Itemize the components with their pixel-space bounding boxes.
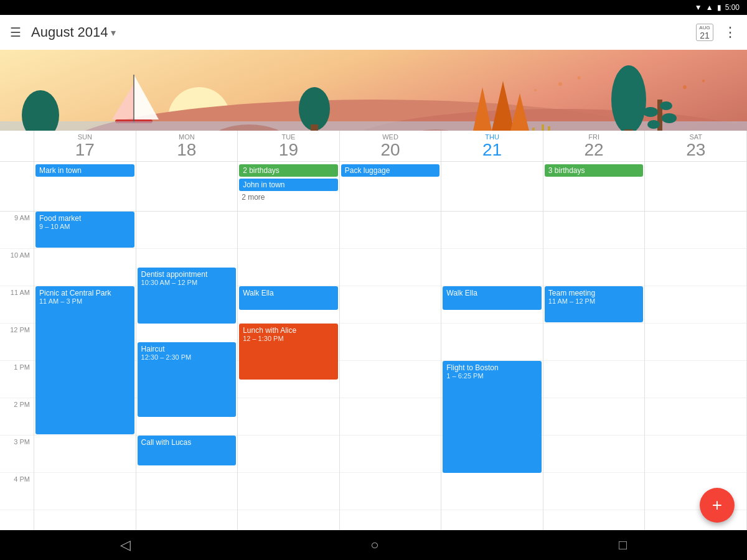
event-team-meeting[interactable]: Team meeting 11 AM – 12 PM: [545, 286, 644, 322]
allday-tue: 2 birthdays John in town 2 more: [238, 162, 340, 211]
menu-icon[interactable]: ☰: [10, 25, 21, 40]
day-header-tue: TUE 19: [238, 131, 340, 161]
wifi-icon: ▼: [695, 3, 702, 12]
month-title-text: August 2014: [31, 24, 108, 40]
more-options-icon[interactable]: ⋮: [723, 24, 737, 40]
month-title[interactable]: August 2014 ▾: [31, 24, 116, 40]
svg-point-16: [662, 113, 677, 123]
svg-point-10: [299, 87, 330, 131]
svg-rect-11: [311, 124, 318, 131]
back-nav-icon[interactable]: ◁: [120, 537, 131, 553]
day-col-sun: Food market 9 – 10 AM Picnic at Central …: [34, 212, 136, 530]
svg-point-15: [643, 107, 658, 117]
title-arrow: ▾: [111, 27, 116, 39]
svg-rect-31: [548, 126, 550, 131]
event-mark-in-town[interactable]: Mark in town: [35, 164, 134, 177]
event-haircut[interactable]: Haircut 12:30 – 2:30 PM: [138, 342, 237, 417]
event-call-lucas[interactable]: Call with Lucas: [138, 436, 237, 465]
day-header-thu: THU 21: [441, 131, 543, 161]
event-food-market[interactable]: Food market 9 – 10 AM: [35, 212, 134, 248]
svg-rect-13: [624, 129, 633, 131]
calendar: SUN 17 MON 18 TUE 19 WED 20 THU 21 FRI 2…: [0, 131, 747, 530]
recent-nav-icon[interactable]: □: [619, 537, 627, 553]
allday-mon: [136, 162, 238, 211]
svg-point-24: [534, 89, 537, 91]
svg-rect-29: [532, 128, 535, 131]
more-events-tue[interactable]: 2 more: [239, 193, 338, 202]
day-col-mon: Dentist appointment 10:30 AM – 12 PM Hai…: [136, 212, 238, 530]
event-flight-boston[interactable]: Flight to Boston 1 – 6:25 PM: [443, 361, 542, 473]
time-column: 9 AM 10 AM 11 AM 12 PM 1 PM 2 PM 3 PM 4 …: [0, 212, 34, 530]
day-col-fri: Team meeting 11 AM – 12 PM: [543, 212, 646, 530]
svg-point-17: [647, 120, 660, 129]
day-header-mon: MON 18: [136, 131, 238, 161]
day-headers: SUN 17 MON 18 TUE 19 WED 20 THU 21 FRI 2…: [0, 131, 747, 162]
event-dentist[interactable]: Dentist appointment 10:30 AM – 12 PM: [138, 268, 237, 324]
home-nav-icon[interactable]: ○: [370, 537, 378, 553]
day-header-wed: WED 20: [340, 131, 442, 161]
svg-marker-4: [134, 75, 159, 119]
header: ☰ August 2014 ▾ AUG 21 ⋮: [0, 15, 747, 50]
event-walk-ella-tue[interactable]: Walk Ella: [239, 286, 338, 310]
event-john-in-town[interactable]: John in town: [239, 179, 338, 191]
banner: [0, 50, 747, 131]
event-3-birthdays-fri[interactable]: 3 birthdays: [545, 164, 644, 177]
svg-rect-30: [542, 124, 544, 131]
day-header-sun: SUN 17: [34, 131, 136, 161]
allday-fri: 3 birthdays: [543, 162, 646, 211]
status-time: 5:00: [725, 3, 740, 12]
calendar-today-icon[interactable]: AUG 21: [696, 24, 713, 41]
event-walk-ella-thu[interactable]: Walk Ella: [443, 286, 542, 310]
battery-icon: ▮: [717, 3, 721, 12]
day-header-sat: SAT 23: [645, 131, 747, 161]
svg-marker-5: [112, 84, 134, 119]
day-col-wed: [340, 212, 442, 530]
event-picnic-central-park[interactable]: Picnic at Central Park 11 AM – 3 PM: [35, 286, 134, 434]
allday-thu: [441, 162, 543, 211]
svg-point-23: [578, 77, 581, 80]
svg-point-18: [660, 101, 672, 110]
svg-point-12: [611, 65, 646, 131]
time-grid: 9 AM 10 AM 11 AM 12 PM 1 PM 2 PM 3 PM 4 …: [0, 212, 747, 530]
event-lunch-alice[interactable]: Lunch with Alice 12 – 1:30 PM: [239, 324, 338, 380]
svg-point-22: [558, 82, 562, 86]
day-header-fri: FRI 22: [543, 131, 646, 161]
day-col-tue: Walk Ella Lunch with Alice 12 – 1:30 PM: [238, 212, 340, 530]
event-pack-luggage[interactable]: Pack luggage: [341, 164, 440, 177]
allday-sat: [645, 162, 747, 211]
status-bar: ▼ ▲ ▮ 5:00: [0, 0, 747, 15]
day-col-thu: Walk Ella Flight to Boston 1 – 6:25 PM: [441, 212, 543, 530]
bottom-nav: ◁ ○ □: [0, 530, 747, 560]
allday-wed: Pack luggage: [340, 162, 442, 211]
add-event-fab[interactable]: +: [700, 488, 735, 523]
day-col-sat: [645, 212, 747, 530]
svg-point-25: [683, 85, 687, 89]
svg-point-26: [702, 80, 705, 82]
svg-point-8: [22, 90, 59, 131]
allday-sun: Mark in town: [34, 162, 136, 211]
signal-icon: ▲: [706, 3, 713, 12]
event-2-birthdays-tue[interactable]: 2 birthdays: [239, 164, 338, 177]
allday-row: Mark in town 2 birthdays John in town 2 …: [0, 162, 747, 212]
